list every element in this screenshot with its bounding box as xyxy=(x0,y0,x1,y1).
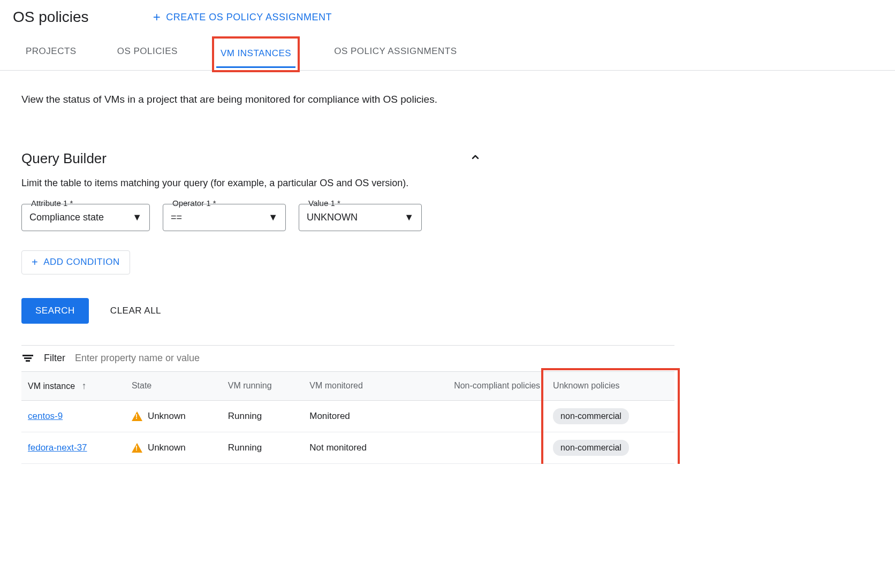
page-title: OS policies xyxy=(13,9,89,26)
page-description: View the status of VMs in a project that… xyxy=(21,92,476,108)
col-vm-instance[interactable]: VM instance ↑ xyxy=(21,371,125,400)
warning-icon xyxy=(132,443,142,453)
tabs: PROJECTS OS POLICIES VM INSTANCES OS POL… xyxy=(0,39,895,71)
monitored-cell: Not monitored xyxy=(303,432,404,463)
search-button[interactable]: SEARCH xyxy=(21,298,89,324)
noncompliant-cell xyxy=(404,432,547,463)
query-builder-title: Query Builder xyxy=(21,150,107,167)
table-row: fedora-next-37 Unknown Running Not monit… xyxy=(21,432,674,463)
state-text: Unknown xyxy=(148,442,186,453)
col-vm-monitored[interactable]: VM monitored xyxy=(303,371,404,400)
filter-input[interactable] xyxy=(75,353,674,364)
sort-asc-icon: ↑ xyxy=(82,380,87,391)
vm-link[interactable]: centos-9 xyxy=(28,411,63,421)
clear-all-button[interactable]: CLEAR ALL xyxy=(110,306,161,316)
tab-highlight-box: VM INSTANCES xyxy=(212,36,300,72)
filter-label: Filter xyxy=(44,353,65,364)
attribute-value: Compliance state xyxy=(29,212,104,223)
table-row: centos-9 Unknown Running Monitored non-c… xyxy=(21,400,674,432)
unknown-policy-chip[interactable]: non-commercial xyxy=(553,440,629,456)
value-select[interactable]: UNKNOWN ▼ xyxy=(299,204,422,231)
col-vm-running[interactable]: VM running xyxy=(222,371,303,400)
state-text: Unknown xyxy=(148,411,186,422)
vm-table: VM instance ↑ State VM running VM monito… xyxy=(21,371,674,464)
running-cell: Running xyxy=(222,400,303,432)
running-cell: Running xyxy=(222,432,303,463)
filter-icon xyxy=(21,352,34,365)
add-condition-label: ADD CONDITION xyxy=(43,257,120,268)
noncompliant-cell xyxy=(404,400,547,432)
unknown-policy-chip[interactable]: non-commercial xyxy=(553,408,629,424)
caret-down-icon: ▼ xyxy=(268,212,278,223)
caret-down-icon: ▼ xyxy=(404,212,414,223)
col-noncompliant[interactable]: Non-compliant policies xyxy=(404,371,547,400)
create-os-policy-assignment-button[interactable]: + CREATE OS POLICY ASSIGNMENT xyxy=(153,10,332,25)
add-condition-button[interactable]: + ADD CONDITION xyxy=(21,250,130,274)
plus-icon: + xyxy=(32,256,38,269)
attribute-select[interactable]: Compliance state ▼ xyxy=(21,204,150,231)
chevron-up-icon[interactable] xyxy=(469,151,482,166)
value-value: UNKNOWN xyxy=(307,212,358,223)
warning-icon xyxy=(132,411,142,421)
tab-os-policy-assignments[interactable]: OS POLICY ASSIGNMENTS xyxy=(330,39,461,70)
tab-vm-instances[interactable]: VM INSTANCES xyxy=(216,41,295,68)
tab-projects[interactable]: PROJECTS xyxy=(21,39,81,70)
vm-link[interactable]: fedora-next-37 xyxy=(28,442,87,453)
plus-icon: + xyxy=(153,10,161,25)
query-builder-description: Limit the table to items matching your q… xyxy=(21,178,674,189)
operator-select[interactable]: == ▼ xyxy=(163,204,286,231)
col-state[interactable]: State xyxy=(125,371,222,400)
tab-os-policies[interactable]: OS POLICIES xyxy=(113,39,182,70)
col-unknown-policies[interactable]: Unknown policies xyxy=(547,371,674,400)
monitored-cell: Monitored xyxy=(303,400,404,432)
operator-value: == xyxy=(171,212,182,223)
create-button-label: CREATE OS POLICY ASSIGNMENT xyxy=(166,12,332,23)
caret-down-icon: ▼ xyxy=(132,212,142,223)
